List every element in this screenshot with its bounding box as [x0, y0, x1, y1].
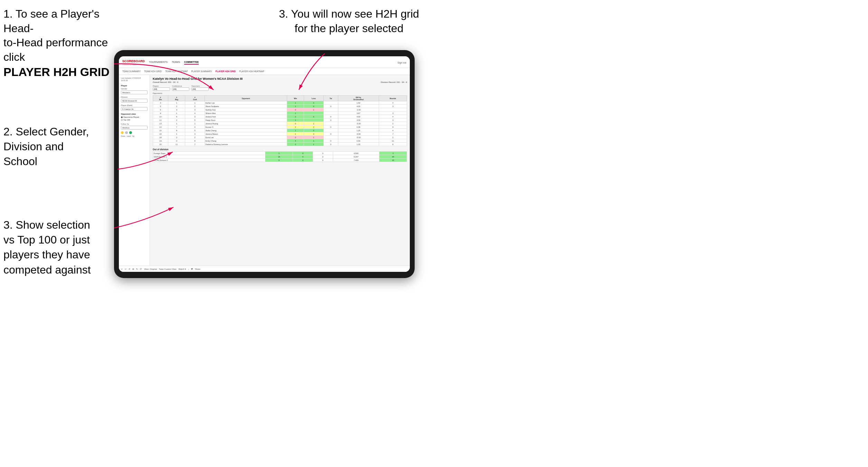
sign-out[interactable]: Sign out [397, 61, 406, 64]
radio-top-100[interactable]: Top 100 [121, 119, 148, 121]
colour-down [121, 131, 124, 134]
th-opponent: Opponent [205, 96, 287, 101]
table-row: 1311Jessica Huang01-3.002 [153, 122, 407, 125]
table-row: NCAA Division 25007.40010 [153, 159, 407, 162]
sub-nav-player-summary[interactable]: PLAYER SUMMARY [191, 70, 212, 73]
table-row: 1613Jessica Mason120-0.947 [153, 132, 407, 136]
player-section-title: Player [121, 85, 148, 87]
toolbar-refresh[interactable]: ↺ [129, 268, 130, 270]
division-select[interactable]: NCAA Division III [121, 99, 148, 103]
toolbar-forward[interactable]: ↻ [136, 268, 138, 270]
sub-nav-team-summary[interactable]: TEAM SUMMARY [122, 70, 141, 73]
table-row: 311Esther Lee101.504 [153, 101, 407, 105]
tablet-frame: SCOREBOARD Powered by clippd TOURNAMENTS… [114, 50, 415, 278]
app-header: SCOREBOARD Powered by clippd TOURNAMENTS… [119, 56, 410, 68]
sub-nav-team-h2h-heatmap[interactable]: TEAM H2H HEATMAP [165, 70, 188, 73]
gender-label: Gender [121, 88, 148, 90]
sub-nav-team-h2h-grid[interactable]: TEAM H2H GRID [144, 70, 162, 73]
record-row: Overall Record: 353 - 34 - 6 Division Re… [153, 81, 407, 83]
region-select[interactable]: (All) [153, 87, 170, 91]
colour-up [129, 131, 132, 134]
out-div-table: Foreign Team1004.5002NAIA Division 11500… [153, 151, 407, 162]
colour-labels: Down Level Up [121, 135, 148, 137]
toolbar-share[interactable]: Share [195, 268, 200, 270]
toolbar-save-custom[interactable]: Save Custom View [159, 268, 177, 270]
table-row: 1125Heejo Hyun103.333 [153, 118, 407, 122]
sidebar: Last Updated: 27/03/2024 16:55:38 Player… [119, 75, 150, 272]
region-filter: Region (All) [153, 85, 170, 91]
gender-select[interactable]: Women's [121, 90, 148, 94]
radio-opponents-played[interactable]: Opponents Played [121, 116, 148, 118]
opponent-filter: Opponent (All) [191, 85, 209, 91]
table-row: Foreign Team1004.5002 [153, 152, 407, 155]
th-loss: Loss [304, 96, 323, 101]
out-of-division-section: Out of division Foreign Team1004.5002NAI… [153, 148, 407, 162]
table-row: 1063Andrea York2004.004 [153, 115, 407, 118]
conference-filter: Conference (All) [172, 85, 189, 91]
toolbar-swap[interactable]: ⇄ [191, 268, 193, 270]
tablet-screen: SCOREBOARD Powered by clippd TOURNAMENTS… [119, 56, 410, 272]
logo: SCOREBOARD Powered by clippd [122, 60, 145, 66]
th-tie: Tie [323, 96, 338, 101]
conference-select[interactable]: (All) [172, 87, 189, 91]
grid-title: Katelyn Vo Head-to-Head Grid for Women's… [153, 77, 407, 80]
instruction-top-right: 3. You will now see H2H gridfor the play… [263, 7, 435, 36]
player-rank-label: Player (Rank) [121, 104, 148, 106]
toolbar-undo[interactable]: ↩ [121, 268, 123, 270]
grid-area: Katelyn Vo Head-to-Head Grid for Women's… [150, 75, 410, 272]
sub-nav-player-h2h-heatmap[interactable]: PLAYER H2H HEATMAP [239, 70, 264, 73]
instruction-top-left: 1. To see a Player's Head- to-Head perfo… [3, 7, 117, 80]
table-row: 1585Stella Cheng101.254 [153, 129, 407, 132]
nav-tournaments[interactable]: TOURNAMENTS [149, 61, 168, 65]
th-reg: #Reg [168, 96, 185, 101]
table-row: 522Alexis Sudjianto1004.003 [153, 105, 407, 108]
table-row: 633Sydney Kuo01-1.00 [153, 108, 407, 112]
th-diff: Diff AvStrokes/Rnd [338, 96, 379, 101]
instruction-bot-left: 3. Show selectionvs Top 100 or justplaye… [3, 218, 111, 277]
instruction-mid-left: 2. Select Gender,Division andSchool [3, 124, 111, 169]
colour-dots [121, 131, 148, 134]
h2h-table: #Div #Reg #Conf Opponent Win Loss Tie Di… [153, 95, 407, 146]
nav-committee[interactable]: COMMITTEE [184, 61, 199, 65]
th-rounds: Rounds [379, 96, 407, 101]
table-row: 20117Federica Domecq Lacroze2101.336 [153, 143, 407, 146]
sub-nav: TEAM SUMMARY TEAM H2H GRID TEAM H2H HEAT… [119, 68, 410, 75]
toolbar-grid[interactable]: ⊞ [132, 268, 134, 270]
colour-section: Colour by Win/loss Down Level Up [121, 123, 148, 137]
th-conf: #Conf [185, 96, 205, 101]
table-row: 1474Eunice Yi2200.389 [153, 125, 407, 129]
player-rank-select[interactable]: 8. Katelyn Vo [121, 107, 148, 111]
toolbar-watch[interactable]: Watch ▾ [178, 268, 186, 270]
date-info: Last Updated: 27/03/2024 16:55:38 [121, 77, 148, 82]
opponents-label: Opponents: [153, 92, 407, 94]
toolbar-view-original[interactable]: View: Original [144, 268, 157, 270]
filter-row: Region (All) Conference (All) Opponent (… [153, 85, 407, 91]
table-row: NAIA Division 115009.26730 [153, 155, 407, 159]
toolbar-clock[interactable]: ⏱ [140, 268, 142, 270]
out-div-title: Out of division [153, 148, 407, 151]
opponent-view-title: Opponent view [121, 113, 148, 115]
radio-dot-top100 [121, 119, 123, 121]
th-win: Win [287, 96, 304, 101]
sub-nav-player-h2h-grid[interactable]: PLAYER H2H GRID [216, 70, 236, 73]
toolbar-redo[interactable]: ↩ [125, 268, 126, 270]
division-label: Division [121, 96, 148, 98]
bottom-toolbar: ↩ ↩ ↺ ⊞ ↻ ⏱ View: Original Save Custom V… [119, 266, 410, 272]
opponent-select[interactable]: (All) [191, 87, 209, 91]
toolbar-download[interactable]: ↓ [188, 268, 189, 270]
colour-by-select[interactable]: Win/loss [121, 126, 148, 130]
nav-teams[interactable]: TEAMS [172, 61, 180, 65]
main-content: Last Updated: 27/03/2024 16:55:38 Player… [119, 75, 410, 272]
th-div: #Div [153, 96, 168, 101]
main-nav: TOURNAMENTS TEAMS COMMITTEE [149, 61, 199, 65]
table-row: 1906Emily Chang4100.3011 [153, 139, 407, 143]
colour-level [125, 131, 128, 134]
table-row: 914Sharon Mun13.673 [153, 112, 407, 115]
radio-dot-opponents [121, 116, 123, 118]
table-row: 1822Euna Lee01-5.002 [153, 136, 407, 139]
colour-by-label: Colour by [121, 123, 148, 125]
